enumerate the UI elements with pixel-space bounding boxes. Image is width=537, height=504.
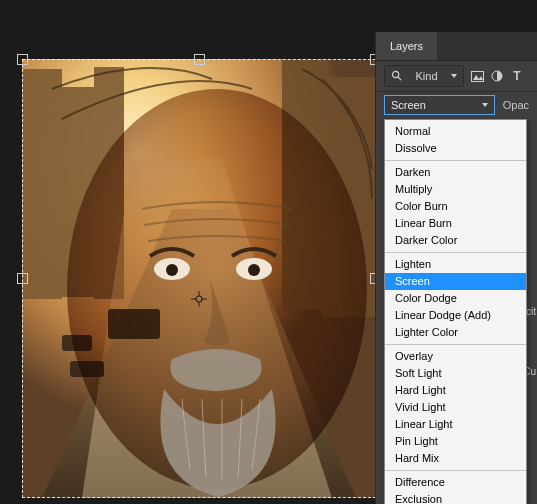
- svg-point-21: [392, 71, 398, 77]
- svg-point-13: [166, 264, 178, 276]
- layer-filter-row: Kind T: [376, 61, 537, 92]
- transform-handle-nw[interactable]: [17, 54, 28, 65]
- opacity-label: Opac: [503, 99, 529, 111]
- blend-mode-option[interactable]: Color Dodge: [385, 290, 526, 307]
- composite-svg: [22, 59, 376, 498]
- panel-tab-bar: Layers: [376, 32, 537, 61]
- chevron-down-icon: [451, 74, 457, 78]
- svg-marker-24: [473, 75, 483, 80]
- canvas-area[interactable]: [22, 59, 376, 498]
- blend-mode-option[interactable]: Normal: [385, 123, 526, 140]
- blend-mode-dropdown[interactable]: NormalDissolveDarkenMultiplyColor BurnLi…: [384, 119, 527, 504]
- svg-point-15: [248, 264, 260, 276]
- blend-mode-option[interactable]: Darker Color: [385, 232, 526, 249]
- search-icon: [391, 70, 402, 83]
- svg-point-16: [196, 296, 202, 302]
- blend-mode-option[interactable]: Vivid Light: [385, 399, 526, 416]
- blend-mode-option[interactable]: Screen: [385, 273, 526, 290]
- blend-mode-option[interactable]: Dissolve: [385, 140, 526, 157]
- blend-mode-option[interactable]: Soft Light: [385, 365, 526, 382]
- blend-mode-option[interactable]: Hard Light: [385, 382, 526, 399]
- svg-line-22: [398, 76, 401, 79]
- filter-adjustment-icon[interactable]: [490, 69, 504, 83]
- blend-mode-option[interactable]: Overlay: [385, 348, 526, 365]
- document-image: [22, 59, 376, 498]
- blend-mode-option[interactable]: Exclusion: [385, 491, 526, 504]
- side-hint: cit: [526, 306, 536, 317]
- filter-type-icon[interactable]: T: [510, 69, 524, 83]
- blend-mode-option[interactable]: Lighter Color: [385, 324, 526, 341]
- blend-mode-option[interactable]: Hard Mix: [385, 450, 526, 467]
- blend-mode-select[interactable]: Screen: [384, 95, 495, 115]
- blend-mode-row: Screen Opac: [376, 92, 537, 118]
- svg-rect-1: [22, 69, 62, 299]
- layer-filter-kind-select[interactable]: Kind: [384, 65, 464, 87]
- blend-mode-option[interactable]: Darken: [385, 164, 526, 181]
- blend-mode-option[interactable]: Linear Burn: [385, 215, 526, 232]
- blend-mode-option[interactable]: Lighten: [385, 256, 526, 273]
- blend-mode-option[interactable]: Difference: [385, 474, 526, 491]
- transform-handle-w[interactable]: [17, 273, 28, 284]
- blend-mode-option[interactable]: Linear Light: [385, 416, 526, 433]
- tab-layers[interactable]: Layers: [376, 32, 438, 60]
- kind-label: Kind: [415, 70, 437, 82]
- tab-label: Layers: [390, 40, 423, 52]
- blend-mode-option[interactable]: Multiply: [385, 181, 526, 198]
- filter-image-icon[interactable]: [470, 69, 484, 83]
- blend-mode-option[interactable]: Color Burn: [385, 198, 526, 215]
- blend-mode-option[interactable]: Pin Light: [385, 433, 526, 450]
- blend-mode-option[interactable]: Linear Dodge (Add): [385, 307, 526, 324]
- transform-handle-n[interactable]: [194, 54, 205, 65]
- blend-mode-value: Screen: [391, 99, 426, 111]
- transform-center-icon[interactable]: [191, 291, 207, 307]
- chevron-down-icon: [482, 103, 488, 107]
